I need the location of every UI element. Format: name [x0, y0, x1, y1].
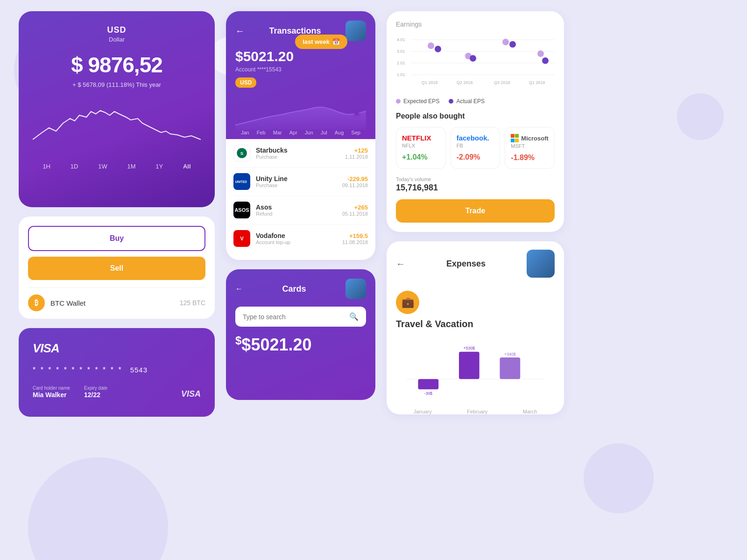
filter-label: last week: [303, 38, 330, 45]
filter-1w[interactable]: 1W: [98, 163, 107, 170]
starbucks-logo: S: [233, 145, 250, 161]
earnings-legend: Expected EPS Actual EPS: [396, 98, 555, 105]
svg-point-26: [542, 57, 549, 64]
price-chart: [33, 98, 201, 154]
currency-label: USD: [33, 25, 201, 35]
stock-panel: Earnings 4.01 3.01 2.01 1.01 Q1 2018 Q2: [387, 11, 564, 232]
msft-ticker: MSFT: [511, 143, 549, 149]
expected-eps-label: Expected EPS: [403, 98, 439, 105]
cards-header: ← Cards: [235, 279, 366, 299]
sell-button[interactable]: Sell: [28, 257, 205, 280]
month-feb: February: [467, 409, 487, 414]
starbucks-date: 1.11.2018: [345, 154, 368, 160]
msft-logo-icon: [511, 134, 519, 142]
svg-rect-30: [459, 352, 479, 379]
expenses-back[interactable]: ←: [396, 259, 405, 269]
cards-back[interactable]: ←: [235, 285, 243, 293]
vodafone-name: Vodafone: [256, 232, 342, 239]
msft-change: -1.89%: [511, 154, 549, 162]
svg-text:Q1 2018: Q1 2018: [422, 80, 438, 85]
cards-search-bar[interactable]: 🔍: [235, 307, 366, 327]
vodafone-logo: V: [233, 230, 250, 247]
cards-search-input[interactable]: [243, 313, 349, 321]
svg-text:+530$: +530$: [464, 346, 475, 350]
buy-button[interactable]: Buy: [28, 226, 205, 251]
svg-point-23: [435, 46, 441, 52]
crypto-amount: $ 9876,52: [33, 52, 201, 77]
filter-1m[interactable]: 1M: [127, 163, 135, 170]
search-icon: 🔍: [349, 312, 359, 321]
svg-text:2.01: 2.01: [397, 61, 405, 65]
facebook-ticker: FB: [457, 143, 494, 148]
asos-name: Asos: [256, 203, 342, 211]
visa-end-logo: VISA: [181, 389, 201, 399]
netflix-name: NETFLIX: [402, 134, 440, 142]
tx-item-unity: UNITED Unity Line Purchase -229.95 09.11…: [233, 168, 368, 196]
cards-title: Cards: [282, 284, 306, 294]
volume-value: 15,716,981: [396, 183, 555, 193]
filter-1h[interactable]: 1H: [42, 163, 50, 170]
facebook-stock[interactable]: facebook. FB -2.09%: [451, 127, 500, 169]
svg-text:UNITED: UNITED: [235, 180, 247, 183]
unity-date: 09.11.2018: [342, 182, 368, 188]
svg-point-24: [470, 55, 476, 62]
svg-text:Q2 2018: Q2 2018: [457, 80, 473, 85]
volume-label: Today's volume: [396, 176, 555, 182]
tx-mini-chart: [235, 92, 366, 130]
svg-point-22: [537, 50, 544, 57]
briefcase-icon: 💼: [402, 296, 414, 308]
expenses-category-icon: 💼: [396, 291, 419, 314]
svg-text:Q3 2018: Q3 2018: [494, 80, 510, 85]
usd-badge: USD: [235, 77, 256, 88]
svg-point-19: [428, 42, 434, 49]
card-info: Card holder name Mia Walker Expiry date …: [33, 385, 107, 399]
currency-sub: Dollar: [33, 36, 201, 43]
card-last4: 5543: [130, 366, 148, 374]
expiry-date: 12/22: [84, 391, 100, 399]
action-panel: Buy Sell ₿ BTC Wallet 125 BTC: [19, 217, 215, 319]
trade-button[interactable]: Trade: [396, 199, 555, 223]
svg-rect-28: [418, 379, 439, 389]
vodafone-amount: +159.5: [342, 232, 368, 239]
month-mar: March: [523, 409, 537, 414]
unity-amount: -229.95: [342, 175, 368, 182]
earnings-chart: 4.01 3.01 2.01 1.01 Q1 2018 Q2 2018 Q3 2…: [396, 33, 555, 93]
unity-logo: UNITED: [233, 173, 250, 190]
transaction-list: S Starbucks Purchase +125 1.11.2018 UNIT…: [226, 139, 375, 260]
calendar-icon: 📅: [332, 38, 340, 45]
earnings-title: Earnings: [396, 21, 555, 28]
facebook-change: -2.09%: [457, 153, 494, 161]
tx-item-starbucks: S Starbucks Purchase +125 1.11.2018: [233, 139, 368, 168]
svg-text:+340$: +340$: [504, 352, 516, 357]
cards-avatar: [345, 279, 366, 299]
starbucks-type: Purchase: [256, 154, 345, 160]
travel-vacation-title: Travel & Vacation: [387, 319, 564, 334]
svg-point-1: [352, 109, 361, 118]
people-also-bought-title: People also bought: [396, 112, 555, 120]
microsoft-stock[interactable]: Microsoft MSFT -1.89%: [505, 127, 555, 169]
vodafone-type: Account top-up: [256, 239, 342, 245]
asos-logo: ASOS: [233, 202, 250, 218]
netflix-stock[interactable]: NETFLIX NFLX +1.04%: [396, 127, 446, 169]
crypto-change: + $ 5678,09 (111.18%) This year: [33, 81, 201, 88]
wallet-row: ₿ BTC Wallet 125 BTC: [28, 287, 205, 311]
crypto-card: USD Dollar $ 9876,52 + $ 5678,09 (111.18…: [19, 11, 215, 207]
transactions-amount: $5021.20 Account ****15543: [235, 49, 366, 73]
stock-list: NETFLIX NFLX +1.04% facebook. FB -2.09%: [396, 127, 555, 169]
filter-button[interactable]: last week 📅: [295, 35, 347, 49]
asos-type: Refund: [256, 211, 342, 217]
netflix-ticker: NFLX: [402, 143, 440, 148]
transactions-back[interactable]: ←: [235, 26, 245, 36]
svg-point-21: [502, 39, 509, 45]
cards-panel: ← Cards 🔍 $$5021.20: [226, 269, 375, 400]
filter-all[interactable]: All: [183, 163, 191, 170]
filter-1y[interactable]: 1Y: [155, 163, 163, 170]
filter-1d[interactable]: 1D: [70, 163, 78, 170]
svg-text:1.01: 1.01: [397, 72, 405, 77]
visa-card: VISA * * * * * * * * * * * * 5543 Card h…: [19, 328, 215, 417]
svg-text:4.01: 4.01: [397, 37, 405, 42]
expenses-bar-chart: -30$ +530$ +340$: [387, 334, 564, 409]
expenses-panel: ← Expenses 💼 Travel & Vacation -30$ +5: [387, 241, 564, 414]
holder-label: Card holder name: [33, 385, 70, 391]
tx-item-asos: ASOS Asos Refund +265 05.11.2018: [233, 196, 368, 224]
